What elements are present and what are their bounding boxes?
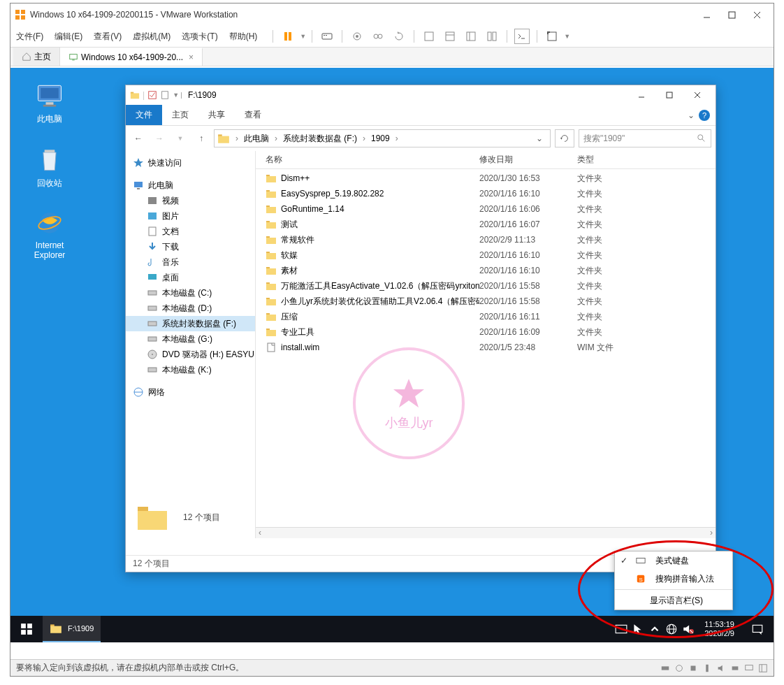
search-input[interactable]: 搜索"1909" (579, 129, 711, 147)
ime-item-showbar[interactable]: 显示语言栏(S) (615, 591, 732, 610)
explorer-close-button[interactable] (683, 85, 711, 105)
explorer-maximize-button[interactable] (655, 85, 683, 105)
taskbar-item-explorer[interactable]: F:\1909 (43, 616, 101, 642)
sidebar-downloads[interactable]: 下载 (126, 239, 255, 254)
breadcrumb[interactable]: › 此电脑 › 系统封装数据盘 (F:) › 1909 › ⌄ (214, 129, 551, 147)
ime-indicator-icon[interactable] (615, 623, 627, 635)
breadcrumb-folder[interactable]: 1909 (368, 134, 393, 143)
device-net-icon[interactable] (688, 663, 698, 673)
file-row[interactable]: install.wim2020/1/5 23:48WIM 文件 (256, 340, 716, 355)
desktop-icon-ie[interactable]: Internet Explorer (23, 208, 76, 260)
snapshot-icon[interactable] (349, 29, 365, 44)
network-icon[interactable] (665, 623, 678, 635)
nav-up-button[interactable]: ↑ (193, 130, 210, 147)
device-more-icon[interactable] (758, 663, 768, 673)
console-icon[interactable] (514, 29, 530, 44)
sidebar-drive-g[interactable]: 本地磁盘 (G:) (126, 331, 255, 347)
sidebar-desktop[interactable]: 桌面 (126, 270, 255, 285)
sidebar-video[interactable]: 视频 (126, 193, 255, 208)
layout2-icon[interactable] (442, 29, 458, 44)
notification-button[interactable] (744, 616, 771, 642)
device-sound-icon[interactable] (716, 663, 726, 673)
sidebar-drive-d[interactable]: 本地磁盘 (D:) (126, 301, 255, 316)
close-tab-icon[interactable]: × (189, 52, 194, 62)
qat-dropdown-icon[interactable]: ▼ | (173, 92, 182, 99)
col-header-type[interactable]: 类型 (577, 154, 647, 166)
pause-icon[interactable] (280, 29, 296, 44)
ribbon-view[interactable]: 查看 (235, 105, 271, 125)
guest-desktop[interactable]: 此电脑 回收站 Internet Explorer | ▼ | F:\1909 (10, 68, 774, 642)
snapshot-manager-icon[interactable] (370, 29, 386, 44)
sidebar-network[interactable]: 网络 (126, 384, 255, 400)
file-row[interactable]: Dism++2020/1/30 16:53文件夹 (256, 171, 716, 186)
explorer-minimize-button[interactable] (627, 85, 655, 105)
sidebar-drive-c[interactable]: 本地磁盘 (C:) (126, 285, 255, 301)
device-usb-icon[interactable] (702, 663, 712, 673)
file-row[interactable]: 软媒2020/1/16 16:10文件夹 (256, 247, 716, 263)
volume-icon[interactable] (682, 623, 695, 635)
menu-view[interactable]: 查看(V) (94, 31, 122, 43)
layout1-icon[interactable] (421, 29, 437, 44)
minimize-button[interactable] (694, 5, 719, 24)
sidebar-thispc[interactable]: 此电脑 (126, 178, 255, 193)
device-cd-icon[interactable] (674, 663, 684, 673)
col-header-date[interactable]: 修改日期 (479, 154, 577, 166)
menu-vm[interactable]: 虚拟机(M) (133, 31, 170, 43)
menu-edit[interactable]: 编辑(E) (55, 31, 82, 43)
layout3-icon[interactable] (463, 29, 479, 44)
desktop-icon-recycle[interactable]: 回收站 (23, 145, 76, 189)
sidebar-music[interactable]: 音乐 (126, 254, 255, 270)
scrollbar-horizontal[interactable]: ‹› (256, 527, 716, 538)
menu-file[interactable]: 文件(F) (16, 31, 43, 43)
device-hdd-icon[interactable] (660, 663, 670, 673)
checkbox-icon[interactable] (147, 90, 157, 100)
ribbon-file[interactable]: 文件 (126, 105, 162, 125)
sidebar-drive-f[interactable]: 系统封装数据盘 (F:) (126, 316, 255, 331)
file-row[interactable]: 素材2020/1/16 16:10文件夹 (256, 263, 716, 278)
desktop-icon-thispc[interactable]: 此电脑 (23, 80, 76, 125)
nav-forward-button[interactable]: → (151, 130, 168, 147)
layout4-icon[interactable] (484, 29, 500, 44)
breadcrumb-thispc[interactable]: 此电脑 (241, 133, 272, 145)
col-header-name[interactable]: 名称 (256, 154, 479, 166)
ribbon-share[interactable]: 共享 (198, 105, 235, 125)
file-row[interactable]: GoRuntime_1.142020/1/16 16:06文件夹 (256, 201, 716, 217)
menu-help[interactable]: 帮助(H) (229, 31, 258, 43)
properties-icon[interactable] (160, 90, 170, 100)
ime-item-us[interactable]: ✓美式键盘 (615, 551, 732, 570)
file-row[interactable]: 专业工具2020/1/16 16:09文件夹 (256, 324, 716, 340)
file-row[interactable]: 测试2020/1/16 16:07文件夹 (256, 217, 716, 232)
file-row[interactable]: EasySysprep_5.19.802.2822020/1/16 16:10文… (256, 186, 716, 201)
menu-tabs[interactable]: 选项卡(T) (182, 31, 217, 43)
sidebar-dvd[interactable]: DVD 驱动器 (H:) EASYU (126, 347, 255, 362)
sidebar-drive-k[interactable]: 本地磁盘 (K:) (126, 362, 255, 377)
file-list-header[interactable]: 名称 修改日期 类型 (256, 151, 716, 169)
file-row[interactable]: 压缩2020/1/16 16:11文件夹 (256, 309, 716, 324)
dropdown-icon[interactable]: ▼ (564, 33, 570, 40)
sidebar-docs[interactable]: 文档 (126, 224, 255, 239)
sidebar-quick-access[interactable]: 快速访问 (126, 155, 255, 171)
file-row[interactable]: 小鱼儿yr系统封装优化设置辅助工具V2.06.4（解压密码y...2020/1/… (256, 294, 716, 309)
close-button[interactable] (744, 5, 769, 24)
device-display-icon[interactable] (744, 663, 754, 673)
help-icon[interactable]: ? (699, 110, 710, 121)
file-row[interactable]: 常规软件2020/2/9 11:13文件夹 (256, 232, 716, 247)
tray-expand-icon[interactable] (648, 623, 661, 635)
refresh-button[interactable] (555, 129, 574, 147)
fullscreen-icon[interactable] (544, 29, 560, 44)
file-row[interactable]: 万能激活工具EasyActivate_V1.02.6（解压密码yrxitong.… (256, 278, 716, 294)
device-printer-icon[interactable] (730, 663, 740, 673)
tab-home[interactable]: 主页 (13, 48, 60, 66)
nav-back-button[interactable]: ← (130, 130, 147, 147)
revert-icon[interactable] (391, 29, 407, 44)
ribbon-home[interactable]: 主页 (162, 105, 198, 125)
ribbon-expand-icon[interactable]: ⌄ (688, 110, 695, 120)
start-button[interactable] (10, 616, 43, 642)
nav-history-button[interactable]: ▼ (172, 130, 189, 147)
sidebar-pictures[interactable]: 图片 (126, 208, 255, 224)
clock[interactable]: 11:53:19 2020/2/9 (699, 620, 740, 638)
cursor-icon[interactable] (632, 623, 644, 635)
send-ctrlaltdel-icon[interactable] (319, 29, 335, 44)
maximize-button[interactable] (719, 5, 744, 24)
breadcrumb-drive[interactable]: 系统封装数据盘 (F:) (280, 133, 360, 145)
